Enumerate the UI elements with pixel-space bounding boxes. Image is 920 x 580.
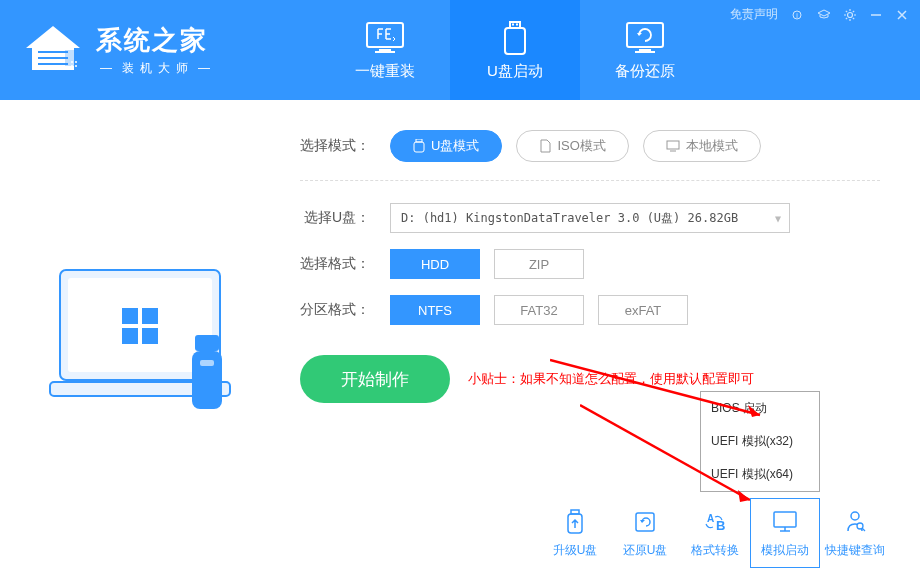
svg-rect-11	[375, 51, 395, 53]
svg-point-2	[848, 12, 853, 17]
svg-rect-27	[192, 351, 222, 409]
nav-tabs: 一键重装 U盘启动 备份还原	[320, 0, 710, 100]
tab-reinstall[interactable]: 一键重装	[320, 0, 450, 100]
action-upgrade-usb[interactable]: 升级U盘	[540, 498, 610, 568]
house-icon	[18, 20, 88, 80]
action-format-convert[interactable]: AB 格式转换	[680, 498, 750, 568]
pill-label: U盘模式	[431, 137, 479, 155]
format-row: 选择格式： HDD ZIP	[300, 249, 880, 279]
svg-rect-39	[636, 513, 654, 531]
monitor-boot-icon	[771, 508, 799, 536]
tab-label: U盘启动	[487, 62, 543, 81]
usb-label: 选择U盘：	[300, 209, 390, 227]
svg-rect-23	[142, 308, 158, 324]
svg-point-5	[71, 61, 73, 63]
popup-uefi64[interactable]: UEFI 模拟(x64)	[701, 458, 819, 491]
boot-mode-popup: BIOS 启动 UEFI 模拟(x32) UEFI 模拟(x64)	[700, 391, 820, 492]
action-simulate-boot[interactable]: 模拟启动	[750, 498, 820, 568]
tip-text: 小贴士：如果不知道怎么配置，使用默认配置即可	[468, 370, 754, 388]
action-restore-usb[interactable]: 还原U盘	[610, 498, 680, 568]
usb-select[interactable]: D: (hd1) KingstonDataTraveler 3.0 (U盘) 2…	[390, 203, 790, 233]
svg-rect-24	[122, 328, 138, 344]
pill-label: ISO模式	[557, 137, 605, 155]
illustration	[0, 100, 300, 580]
close-button[interactable]	[894, 7, 910, 23]
file-icon	[539, 139, 551, 153]
svg-rect-25	[142, 328, 158, 344]
svg-rect-10	[379, 49, 391, 51]
svg-text:B: B	[716, 518, 725, 533]
disclaimer-link[interactable]: 免责声明	[730, 6, 778, 23]
graduation-icon[interactable]	[816, 7, 832, 23]
format-hdd-button[interactable]: HDD	[390, 249, 480, 279]
monitor-icon	[364, 20, 406, 56]
action-label: 模拟启动	[761, 542, 809, 559]
svg-point-6	[75, 61, 77, 63]
svg-rect-20	[68, 278, 212, 372]
tab-label: 备份还原	[615, 62, 675, 81]
action-label: 升级U盘	[553, 542, 598, 559]
gear-icon[interactable]	[842, 7, 858, 23]
main: 选择模式： U盘模式 ISO模式 本地模式 选择U盘：	[0, 100, 920, 580]
bottom-actions: 升级U盘 还原U盘 AB 格式转换 模拟启动 快捷键查询	[540, 498, 890, 568]
svg-rect-17	[639, 49, 651, 51]
svg-point-8	[75, 65, 77, 67]
start-button[interactable]: 开始制作	[300, 355, 450, 403]
svg-text:A: A	[707, 513, 714, 524]
tab-usb-boot[interactable]: U盘启动	[450, 0, 580, 100]
action-label: 格式转换	[691, 542, 739, 559]
format-label: 选择格式：	[300, 255, 390, 273]
partition-fat32-button[interactable]: FAT32	[494, 295, 584, 325]
divider	[300, 180, 880, 181]
action-label: 还原U盘	[623, 542, 668, 559]
svg-point-7	[71, 65, 73, 67]
action-hotkey-query[interactable]: 快捷键查询	[820, 498, 890, 568]
format-zip-button[interactable]: ZIP	[494, 249, 584, 279]
svg-rect-31	[667, 141, 679, 149]
info-icon: i	[792, 10, 802, 20]
logo-title: 系统之家	[96, 23, 220, 58]
svg-rect-9	[367, 23, 403, 47]
svg-rect-13	[505, 28, 525, 54]
logo: 系统之家 装机大师	[0, 20, 320, 80]
tab-label: 一键重装	[355, 62, 415, 81]
usb-up-icon	[561, 508, 589, 536]
partition-exfat-button[interactable]: exFAT	[598, 295, 688, 325]
svg-rect-18	[635, 51, 655, 53]
svg-rect-4	[65, 50, 75, 66]
usb-row: 选择U盘： D: (hd1) KingstonDataTraveler 3.0 …	[300, 203, 880, 233]
partition-row: 分区格式： NTFS FAT32 exFAT	[300, 295, 880, 325]
usb-selected-value: D: (hd1) KingstonDataTraveler 3.0 (U盘) 2…	[401, 210, 738, 227]
logo-subtitle: 装机大师	[96, 60, 220, 77]
mode-local-pill[interactable]: 本地模式	[643, 130, 761, 162]
header: 免责声明 i 系统之家 装机大师 一键重装	[0, 0, 920, 100]
restore-small-icon	[631, 508, 659, 536]
monitor-small-icon	[666, 140, 680, 152]
svg-rect-28	[200, 360, 214, 366]
titlebar: 免责声明 i	[730, 6, 910, 23]
tab-backup[interactable]: 备份还原	[580, 0, 710, 100]
pill-label: 本地模式	[686, 137, 738, 155]
svg-rect-16	[627, 23, 663, 47]
usb-small-icon	[413, 139, 425, 153]
popup-uefi32[interactable]: UEFI 模拟(x32)	[701, 425, 819, 458]
minimize-button[interactable]	[868, 7, 884, 23]
partition-ntfs-button[interactable]: NTFS	[390, 295, 480, 325]
mode-iso-pill[interactable]: ISO模式	[516, 130, 628, 162]
search-person-icon	[841, 508, 869, 536]
usb-device-icon	[494, 20, 536, 56]
svg-rect-26	[195, 335, 219, 351]
svg-point-45	[851, 512, 859, 520]
svg-text:i: i	[796, 12, 798, 19]
restore-icon	[624, 20, 666, 56]
mode-label: 选择模式：	[300, 137, 390, 155]
svg-rect-22	[122, 308, 138, 324]
convert-icon: AB	[701, 508, 729, 536]
svg-rect-30	[414, 142, 424, 152]
svg-rect-42	[774, 512, 796, 527]
popup-bios[interactable]: BIOS 启动	[701, 392, 819, 425]
content-panel: 选择模式： U盘模式 ISO模式 本地模式 选择U盘：	[300, 100, 920, 580]
mode-usb-pill[interactable]: U盘模式	[390, 130, 502, 162]
svg-rect-14	[512, 23, 514, 25]
action-label: 快捷键查询	[825, 542, 885, 559]
